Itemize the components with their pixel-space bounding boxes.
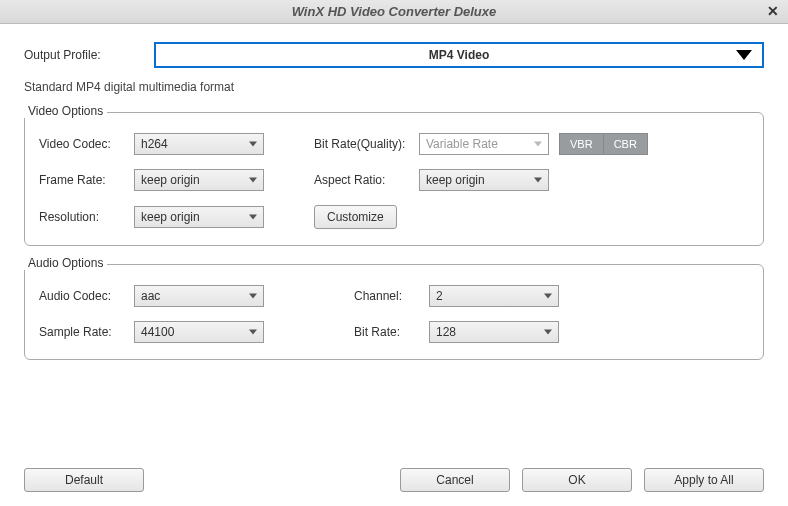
vbr-button[interactable]: VBR [559,133,604,155]
chevron-down-icon [534,142,542,147]
video-options-legend: Video Options [24,104,107,118]
bitrate-label: Bit Rate(Quality): [314,137,419,151]
channel-select[interactable]: 2 [429,285,559,307]
ok-button[interactable]: OK [522,468,632,492]
audio-codec-label: Audio Codec: [39,289,134,303]
audio-bitrate-label: Bit Rate: [354,325,429,339]
window-title: WinX HD Video Converter Deluxe [292,4,497,19]
chevron-down-icon [736,50,752,60]
bitrate-select[interactable]: Variable Rate [419,133,549,155]
channel-label: Channel: [354,289,429,303]
chevron-down-icon [544,294,552,299]
cbr-button[interactable]: CBR [604,133,648,155]
chevron-down-icon [249,330,257,335]
format-description: Standard MP4 digital multimedia format [24,80,764,94]
samplerate-select[interactable]: 44100 [134,321,264,343]
video-codec-select[interactable]: h264 [134,133,264,155]
output-profile-value: MP4 Video [429,48,489,62]
samplerate-label: Sample Rate: [39,325,134,339]
framerate-label: Frame Rate: [39,173,134,187]
chevron-down-icon [249,142,257,147]
chevron-down-icon [544,330,552,335]
chevron-down-icon [249,215,257,220]
chevron-down-icon [534,178,542,183]
titlebar: WinX HD Video Converter Deluxe ✕ [0,0,788,24]
chevron-down-icon [249,178,257,183]
video-codec-label: Video Codec: [39,137,134,151]
aspect-ratio-label: Aspect Ratio: [314,173,419,187]
customize-button[interactable]: Customize [314,205,397,229]
resolution-label: Resolution: [39,210,134,224]
audio-bitrate-select[interactable]: 128 [429,321,559,343]
resolution-select[interactable]: keep origin [134,206,264,228]
output-profile-select[interactable]: MP4 Video [154,42,764,68]
cancel-button[interactable]: Cancel [400,468,510,492]
default-button[interactable]: Default [24,468,144,492]
apply-to-all-button[interactable]: Apply to All [644,468,764,492]
output-profile-label: Output Profile: [24,48,154,62]
close-icon[interactable]: ✕ [764,3,782,21]
audio-codec-select[interactable]: aac [134,285,264,307]
framerate-select[interactable]: keep origin [134,169,264,191]
chevron-down-icon [249,294,257,299]
audio-options-legend: Audio Options [24,256,107,270]
aspect-ratio-select[interactable]: keep origin [419,169,549,191]
